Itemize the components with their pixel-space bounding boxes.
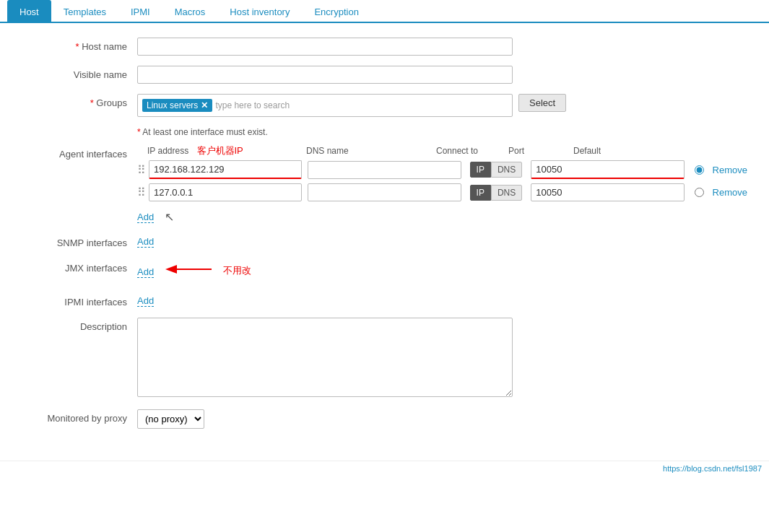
snmp-interfaces-section: SNMP interfaces Add: [22, 233, 747, 248]
header-ip-annotation: 客户机器IP: [197, 145, 243, 156]
header-ip: IP address 客户机器IP: [147, 144, 306, 157]
groups-input-row: Linux servers ✕ type here to search Sele…: [137, 94, 747, 117]
tab-ipmi[interactable]: IPMI: [118, 0, 162, 23]
groups-input-area: Linux servers ✕ type here to search: [137, 94, 513, 117]
visible-name-row: Visible name aminglinux02: [22, 66, 747, 84]
interface-notice: * At least one interface must exist.: [22, 127, 747, 137]
jmx-arrow-svg: [161, 258, 219, 280]
header-dns: DNS name: [306, 146, 436, 156]
groups-label: * Groups: [22, 94, 137, 108]
connect-dns-btn-2[interactable]: DNS: [491, 185, 522, 201]
agent-interfaces-section: Agent interfaces IP address 客户机器IP DNS n…: [22, 144, 747, 223]
description-label: Description: [22, 318, 137, 332]
tag-label: Linux servers: [147, 100, 198, 110]
agent-interface-row-1: ⠿ IP DNS Remove: [137, 160, 747, 179]
visible-name-label: Visible name: [22, 66, 137, 80]
connect-ip-btn-2[interactable]: IP: [470, 185, 491, 201]
remove-interface-1[interactable]: Remove: [713, 165, 747, 175]
groups-wrap: Linux servers ✕ type here to search Sele…: [137, 94, 747, 117]
agent-dns-input-2[interactable]: [308, 183, 461, 201]
tab-host-inventory[interactable]: Host inventory: [217, 0, 302, 23]
ipmi-interfaces-section: IPMI interfaces Add: [22, 292, 747, 308]
agent-port-input-2[interactable]: [531, 183, 684, 201]
agent-port-input-1[interactable]: [531, 160, 684, 179]
snmp-interfaces-label: SNMP interfaces: [22, 233, 137, 248]
drag-handle-2[interactable]: ⠿: [137, 186, 146, 199]
cursor-icon: ↖: [165, 210, 174, 224]
header-default: Default: [573, 146, 631, 156]
agent-ip-input-2[interactable]: [149, 183, 302, 201]
agent-interfaces-table: IP address 客户机器IP DNS name Connect to Po…: [137, 144, 747, 223]
jmx-interfaces-section: JMX interfaces Add 不用改: [22, 258, 747, 282]
jmx-interfaces-label: JMX interfaces: [22, 258, 137, 274]
footer-bar: https://blog.csdn.net/fsl1987: [0, 461, 769, 476]
visible-name-wrap: aminglinux02: [137, 66, 513, 84]
description-textarea[interactable]: [137, 318, 513, 397]
host-name-row: * Host name aminglinux02: [22, 38, 747, 56]
footer-url: https://blog.csdn.net/fsl1987: [663, 464, 762, 473]
connect-dns-btn-1[interactable]: DNS: [491, 162, 522, 178]
connect-toggle-1: IP DNS: [470, 162, 523, 178]
proxy-row: Monitored by proxy (no proxy): [22, 409, 747, 429]
snmp-interfaces-content: Add: [137, 233, 154, 248]
proxy-wrap: (no proxy): [137, 409, 747, 429]
agent-interfaces-header: IP address 客户机器IP DNS name Connect to Po…: [137, 144, 747, 157]
proxy-select[interactable]: (no proxy): [137, 409, 204, 429]
header-port: Port: [508, 146, 573, 156]
jmx-annotation: 不用改: [223, 264, 251, 277]
agent-interfaces-label: Agent interfaces: [22, 144, 137, 160]
ipmi-interfaces-label: IPMI interfaces: [22, 292, 137, 308]
add-ipmi-interface[interactable]: Add: [137, 295, 154, 307]
host-name-wrap: aminglinux02: [137, 38, 513, 56]
connect-toggle-2: IP DNS: [470, 185, 523, 201]
drag-handle-1[interactable]: ⠿: [137, 163, 146, 177]
host-name-label: * Host name: [22, 38, 137, 52]
tag-remove-icon[interactable]: ✕: [201, 100, 208, 110]
groups-row: * Groups Linux servers ✕ type here to se…: [22, 94, 747, 117]
tab-macros[interactable]: Macros: [162, 0, 218, 23]
remove-interface-2[interactable]: Remove: [713, 187, 747, 198]
header-connect: Connect to: [436, 146, 508, 156]
tab-templates[interactable]: Templates: [51, 0, 118, 23]
default-radio-wrap-2: [695, 188, 704, 197]
agent-dns-input-1[interactable]: [308, 161, 461, 179]
ipmi-interfaces-content: Add: [137, 292, 154, 307]
tab-bar: Host Templates IPMI Macros Host inventor…: [0, 0, 769, 23]
description-wrap: [137, 318, 747, 399]
groups-box[interactable]: Linux servers ✕ type here to search: [137, 94, 513, 117]
form-content: * Host name aminglinux02 Visible name am…: [0, 23, 769, 453]
add-snmp-interface[interactable]: Add: [137, 236, 154, 248]
groups-search-hint: type here to search: [215, 100, 290, 110]
visible-name-input[interactable]: aminglinux02: [137, 66, 513, 84]
jmx-interfaces-content: Add 不用改: [137, 258, 251, 282]
default-radio-wrap-1: [695, 165, 704, 175]
groups-select-button[interactable]: Select: [518, 94, 566, 112]
tab-encryption[interactable]: Encryption: [302, 0, 370, 23]
agent-ip-input-1[interactable]: [149, 160, 302, 179]
add-agent-wrap: Add ↖: [137, 209, 154, 223]
jmx-arrow-icon: [161, 258, 219, 282]
default-radio-2[interactable]: [695, 188, 704, 197]
add-agent-interface[interactable]: Add: [137, 212, 154, 223]
host-name-input[interactable]: aminglinux02: [137, 38, 513, 56]
connect-ip-btn-1[interactable]: IP: [470, 162, 491, 178]
agent-interface-row-2: ⠿ IP DNS Remove: [137, 183, 747, 201]
linux-servers-tag: Linux servers ✕: [142, 99, 212, 112]
proxy-label: Monitored by proxy: [22, 409, 137, 424]
description-row: Description: [22, 318, 747, 399]
tab-host[interactable]: Host: [7, 0, 51, 23]
default-radio-1[interactable]: [695, 165, 704, 175]
add-jmx-interface[interactable]: Add: [137, 266, 154, 278]
